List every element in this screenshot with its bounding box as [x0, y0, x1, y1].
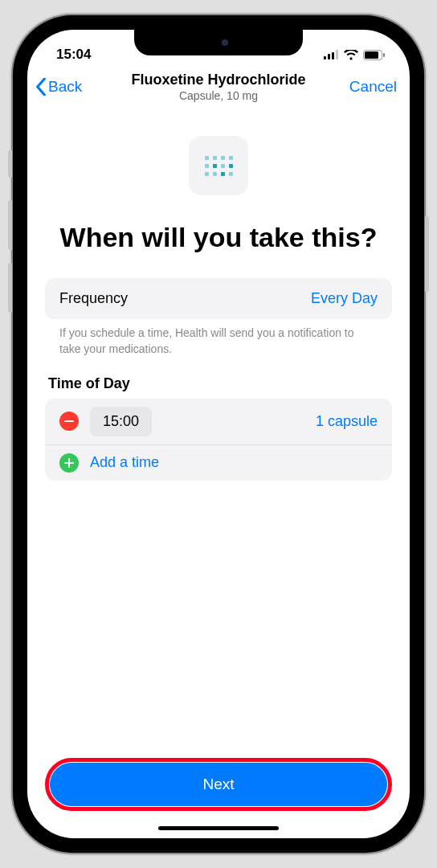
- dose-picker[interactable]: 1 capsule: [316, 413, 378, 430]
- notch: [134, 30, 303, 55]
- highlight-annotation: Next: [45, 758, 392, 811]
- time-picker[interactable]: 15:00: [90, 407, 152, 436]
- time-row: 15:00 1 capsule: [45, 399, 392, 444]
- wifi-icon: [344, 50, 358, 60]
- battery-icon: [363, 50, 386, 60]
- next-button[interactable]: Next: [50, 763, 387, 806]
- back-label: Back: [48, 78, 82, 96]
- silent-switch: [8, 150, 12, 178]
- time-of-day-label: Time of Day: [45, 375, 392, 399]
- device-frame: 15:04 Back Fluoxetine Hydrochloride Caps…: [13, 15, 424, 853]
- nav-bar: Back Fluoxetine Hydrochloride Capsule, 1…: [27, 68, 410, 104]
- frequency-label: Frequency: [59, 290, 128, 307]
- status-time: 15:04: [56, 47, 91, 63]
- time-value: 15:00: [103, 413, 139, 429]
- svg-rect-1: [328, 54, 330, 59]
- chevron-left-icon: [35, 78, 47, 96]
- svg-rect-2: [332, 52, 334, 59]
- nav-title: Fluoxetine Hydrochloride: [131, 72, 305, 88]
- helper-text: If you schedule a time, Health will send…: [45, 319, 392, 375]
- volume-down-button: [8, 263, 12, 313]
- frequency-row[interactable]: Frequency Every Day: [45, 278, 392, 319]
- add-time-label: Add a time: [90, 454, 159, 471]
- next-label: Next: [202, 776, 234, 792]
- remove-time-button[interactable]: [59, 411, 79, 431]
- back-button[interactable]: Back: [35, 78, 103, 96]
- svg-rect-6: [383, 53, 385, 57]
- status-icons: [324, 50, 386, 60]
- svg-rect-5: [365, 51, 378, 59]
- nav-subtitle: Capsule, 10 mg: [131, 89, 305, 102]
- frequency-value: Every Day: [311, 290, 378, 307]
- home-indicator[interactable]: [158, 826, 279, 830]
- nav-title-group: Fluoxetine Hydrochloride Capsule, 10 mg: [131, 72, 305, 102]
- add-icon: [59, 453, 79, 473]
- medication-icon: [189, 136, 248, 195]
- content: When will you take this? Frequency Every…: [27, 104, 410, 758]
- add-time-row[interactable]: Add a time: [45, 444, 392, 481]
- svg-rect-0: [324, 56, 326, 59]
- cancel-label: Cancel: [349, 78, 397, 96]
- cancel-button[interactable]: Cancel: [329, 78, 397, 96]
- capsule-pack-icon: [205, 156, 233, 176]
- power-button: [425, 216, 429, 292]
- page-headline: When will you take this?: [53, 221, 384, 254]
- time-list: 15:00 1 capsule Add a time: [45, 399, 392, 481]
- volume-up-button: [8, 200, 12, 250]
- svg-rect-3: [336, 50, 338, 59]
- screen: 15:04 Back Fluoxetine Hydrochloride Caps…: [27, 30, 410, 838]
- cellular-icon: [324, 50, 339, 59]
